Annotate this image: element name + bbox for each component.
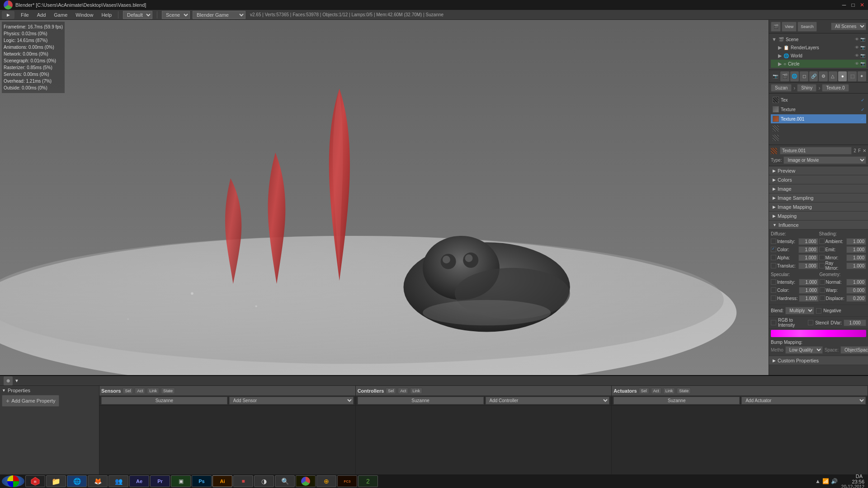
add-actuator-select[interactable]: Add Actuator [741, 397, 866, 404]
scene-tree-world[interactable]: ▶ 🌐 World 👁 📷 [771, 52, 866, 60]
particles-tab[interactable]: ✦ [858, 71, 866, 81]
scene-icon[interactable]: 🎬 [771, 22, 781, 32]
actuators-state-btn[interactable]: State [677, 388, 691, 394]
tex-row-tex[interactable]: Tex ✓ [771, 95, 866, 104]
actuators-act-btn[interactable]: Act [651, 388, 661, 394]
add-sensor-select[interactable]: Add Sensor [229, 397, 354, 404]
ambient-val[interactable]: 1.000 [846, 238, 866, 245]
menu-file[interactable]: File [17, 11, 33, 19]
controllers-sel-btn[interactable]: Sel [386, 388, 396, 394]
mirror-val[interactable]: 1.000 [846, 254, 866, 261]
ambient-check[interactable] [819, 239, 825, 244]
all-scenes-select[interactable]: All Scenes [831, 23, 866, 30]
ray-mirror-check[interactable] [819, 263, 825, 268]
texture-name-input[interactable] [780, 147, 852, 155]
texture-F-btn[interactable]: F [858, 148, 861, 153]
tex-check-texture[interactable]: ✓ [861, 107, 864, 112]
scene-tab[interactable]: 🎬 [780, 71, 789, 81]
data-tab[interactable]: △ [829, 71, 837, 81]
texture-tab[interactable]: ⬚ [848, 71, 856, 81]
engine-select[interactable]: Blender Game [193, 11, 245, 19]
taskbar-app-farcry3[interactable]: FC3 [337, 475, 357, 487]
modifiers-tab[interactable]: ⚙ [819, 71, 827, 81]
close-button[interactable]: ✕ [858, 1, 866, 9]
tray-icon-volume[interactable]: 🔊 [831, 478, 838, 484]
section-image-mapping-header[interactable]: ▶ Image Mapping [769, 202, 868, 211]
alpha-check[interactable] [771, 255, 776, 260]
stencil-check[interactable] [808, 320, 813, 325]
hardness-check[interactable] [771, 296, 776, 301]
lang-indicator[interactable]: DA [854, 474, 864, 479]
taskbar-app-firefox[interactable]: 🦊 [88, 475, 108, 487]
tex-row-texture[interactable]: Texture ✓ [771, 105, 866, 114]
object-tab[interactable]: ◻ [800, 71, 808, 81]
bump-method-select[interactable]: Low Quality [785, 346, 823, 354]
controllers-act-btn[interactable]: Act [398, 388, 408, 394]
constraints-tab[interactable]: 🔗 [809, 71, 818, 81]
intensity-val[interactable]: 1.000 [798, 238, 818, 245]
taskbar-app-app6[interactable]: ■ [233, 475, 253, 487]
render-tab[interactable]: 📷 [771, 71, 779, 81]
taskbar-app-explorer[interactable]: 📁 [46, 475, 66, 487]
sensors-act-btn[interactable]: Act [135, 388, 145, 394]
taskbar-app-app7[interactable]: ◑ [254, 475, 274, 487]
material-tab[interactable]: ● [838, 71, 847, 81]
menu-help[interactable]: Help [98, 11, 115, 19]
taskbar-app-app10[interactable]: 2 [358, 475, 378, 487]
alpha-val[interactable]: 1.000 [798, 254, 818, 261]
taskbar-app-ie[interactable]: 🌐 [67, 475, 87, 487]
sensors-state-btn[interactable]: State [161, 388, 175, 394]
section-preview-header[interactable]: ▶ Preview [769, 166, 868, 175]
actuators-sel-btn[interactable]: Sel [639, 388, 649, 394]
dvar-val[interactable]: 1.000 [844, 319, 866, 326]
hardness-val[interactable]: 1.000 [799, 295, 819, 302]
actuators-link-btn[interactable]: Link [663, 388, 675, 394]
displace-val[interactable]: 0.200 [846, 295, 866, 302]
sensors-sel-btn[interactable]: Sel [123, 388, 133, 394]
bump-space-select[interactable]: ObjectSpace [840, 346, 868, 354]
suzan-button[interactable]: Suzan [771, 84, 792, 92]
taskbar-app-after-effects[interactable]: Ae [129, 475, 149, 487]
warp-val[interactable]: 0.000 [846, 287, 866, 294]
scene-tree-circle[interactable]: ▶ ○ Circle 👁 📷 [771, 60, 866, 68]
normal-check[interactable] [820, 279, 825, 285]
minimize-button[interactable]: ─ [840, 1, 848, 9]
tex-check-tex[interactable]: ✓ [861, 98, 864, 103]
menu-game[interactable]: Game [50, 11, 71, 19]
scene-tree-item-scene[interactable]: ▼ 🎬 Scene 👁 📷 [771, 35, 866, 43]
texture-type-select[interactable]: Image or Movie [783, 156, 866, 164]
shiny-button[interactable]: Shiny [797, 84, 816, 92]
spec-intensity-check[interactable] [771, 279, 776, 285]
color-check[interactable] [771, 247, 776, 252]
tex-row-texture001[interactable]: Texture.001 ✓ [771, 114, 866, 123]
transluc-check[interactable] [771, 263, 776, 268]
spec-color-check[interactable] [771, 287, 776, 293]
emit-check[interactable] [819, 247, 825, 252]
tex-check-texture001[interactable]: ✓ [861, 117, 864, 122]
search-btn[interactable]: Search [797, 22, 817, 32]
section-image-header[interactable]: ▶ Image [769, 184, 868, 193]
ray-mirror-val[interactable]: 1.000 [846, 263, 866, 269]
section-influence-header[interactable]: ▼ Influence [769, 221, 868, 230]
sensors-obj-name[interactable]: Suzanne [101, 397, 227, 404]
tex-row-empty1[interactable] [771, 124, 866, 133]
taskbar-app-illustrator[interactable]: Ai [212, 475, 232, 487]
tex-row-empty2[interactable] [771, 133, 866, 142]
maximize-button[interactable]: □ [849, 1, 857, 9]
view-btn[interactable]: View [782, 22, 797, 32]
world-tab[interactable]: 🌐 [790, 71, 799, 81]
actuators-obj-name[interactable]: Suzanne [613, 397, 740, 404]
taskbar-app-contacts[interactable]: 👥 [108, 475, 128, 487]
taskbar-app-photoshop[interactable]: Ps [192, 475, 212, 487]
render-icon[interactable]: ▶ [2, 11, 14, 19]
taskbar-app-premiere[interactable]: Pr [150, 475, 170, 487]
taskbar-app-rog[interactable]: R [25, 475, 45, 487]
negative-check[interactable] [816, 308, 821, 314]
menu-add[interactable]: Add [33, 11, 50, 19]
color-val[interactable]: 1.000 [798, 246, 818, 253]
tray-icon-1[interactable]: ▲ [815, 478, 821, 484]
section-image-sampling-header[interactable]: ▶ Image Sampling [769, 193, 868, 202]
section-mapping-header[interactable]: ▶ Mapping [769, 211, 868, 221]
texture0-button[interactable]: Texture.0 [822, 84, 849, 92]
section-colors-header[interactable]: ▶ Colors [769, 175, 868, 184]
